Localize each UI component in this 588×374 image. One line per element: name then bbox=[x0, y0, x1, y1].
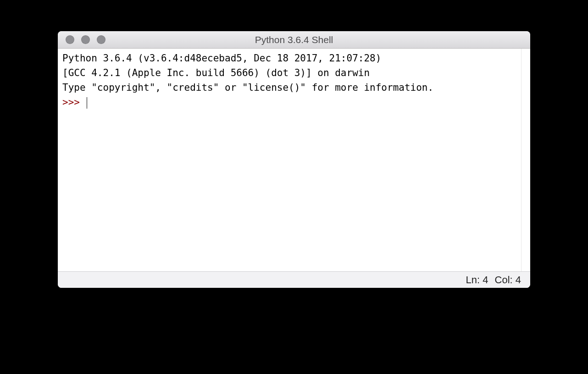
idle-shell-window: Python 3.6.4 Shell Python 3.6.4 (v3.6.4:… bbox=[58, 31, 530, 288]
statusbar: Ln: 4 Col: 4 bbox=[58, 271, 530, 288]
line-indicator: Ln: 4 bbox=[466, 274, 488, 286]
traffic-lights bbox=[58, 35, 105, 44]
banner-line-2: [GCC 4.2.1 (Apple Inc. build 5666) (dot … bbox=[62, 67, 370, 78]
banner-line-3: Type "copyright", "credits" or "license(… bbox=[62, 82, 433, 93]
minimize-icon[interactable] bbox=[81, 35, 90, 44]
maximize-icon[interactable] bbox=[97, 35, 105, 44]
column-indicator: Col: 4 bbox=[495, 274, 521, 286]
prompt: >>> bbox=[62, 97, 86, 108]
vertical-scrollbar[interactable] bbox=[521, 49, 530, 271]
text-cursor-icon bbox=[87, 97, 88, 109]
titlebar[interactable]: Python 3.6.4 Shell bbox=[58, 31, 530, 49]
content-area: Python 3.6.4 (v3.6.4:d48ecebad5, Dec 18 … bbox=[58, 49, 530, 271]
close-icon[interactable] bbox=[66, 35, 74, 44]
banner-line-1: Python 3.6.4 (v3.6.4:d48ecebad5, Dec 18 … bbox=[62, 53, 387, 64]
window-title: Python 3.6.4 Shell bbox=[58, 34, 530, 45]
shell-text-area[interactable]: Python 3.6.4 (v3.6.4:d48ecebad5, Dec 18 … bbox=[58, 49, 521, 271]
